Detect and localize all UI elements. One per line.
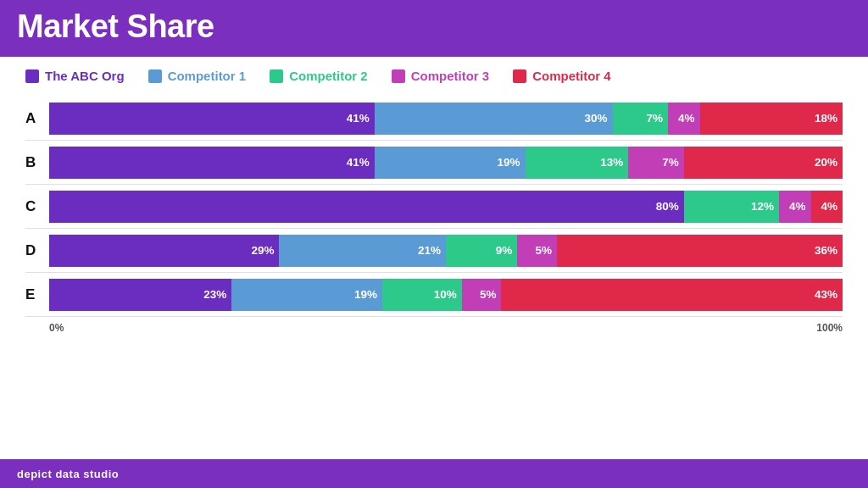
bar-segment: 10% — [382, 279, 462, 311]
bar-segment: 23% — [49, 279, 231, 311]
row-label-a: A — [25, 110, 49, 127]
row-label-e: E — [25, 286, 49, 303]
bar-segment: 30% — [375, 103, 613, 135]
legend: The ABC Org Competitor 1 Competitor 2 Co… — [25, 69, 843, 83]
bar-segment: 9% — [446, 235, 517, 267]
bar-segment: 19% — [231, 279, 382, 311]
bar-segment: 41% — [49, 147, 375, 179]
bar-segment: 4% — [811, 191, 843, 223]
bar-segment: 29% — [49, 235, 279, 267]
bar-segment: 43% — [501, 279, 842, 311]
bar-segment: 41% — [49, 103, 375, 135]
bar-container-d: 29%21%9%5%36% — [49, 235, 843, 267]
legend-swatch-abc — [25, 69, 39, 83]
chart-row-c: C80%12%4%4% — [25, 185, 843, 229]
legend-label-c4: Competitor 4 — [532, 69, 611, 83]
legend-item-c3: Competitor 3 — [392, 69, 490, 83]
legend-item-c1: Competitor 1 — [148, 69, 247, 83]
bar-segment: 21% — [279, 235, 446, 267]
chart-row-d: D29%21%9%5%36% — [25, 229, 843, 273]
bar-segment: 5% — [462, 279, 502, 311]
bar-segment: 12% — [684, 191, 779, 223]
row-label-c: C — [25, 198, 49, 215]
chart-row-a: A41%30%7%4%18% — [25, 97, 843, 141]
footer: depict data studio — [0, 459, 868, 488]
header: Market Share — [0, 0, 868, 57]
bar-segment: 36% — [557, 235, 843, 267]
legend-label-c2: Competitor 2 — [289, 69, 368, 83]
legend-label-abc: The ABC Org — [45, 69, 125, 83]
legend-item-abc: The ABC Org — [25, 69, 125, 83]
bar-segment: 80% — [49, 191, 684, 223]
chart-row-e: E23%19%10%5%43% — [25, 273, 843, 317]
bar-segment: 13% — [526, 147, 629, 179]
chart-area: A41%30%7%4%18%B41%19%13%7%20%C80%12%4%4%… — [25, 97, 843, 317]
bar-container-a: 41%30%7%4%18% — [49, 103, 843, 135]
footer-label: depict data studio — [17, 468, 119, 480]
bar-container-b: 41%19%13%7%20% — [49, 147, 843, 179]
legend-item-c2: Competitor 2 — [270, 69, 368, 83]
legend-swatch-c1 — [148, 69, 162, 83]
bar-segment: 20% — [684, 147, 843, 179]
legend-swatch-c2 — [270, 69, 283, 83]
bar-container-e: 23%19%10%5%43% — [49, 279, 843, 311]
bar-segment: 5% — [517, 235, 557, 267]
legend-swatch-c4 — [513, 69, 526, 83]
row-label-b: B — [25, 154, 49, 171]
row-label-d: D — [25, 242, 49, 259]
chart-row-b: B41%19%13%7%20% — [25, 141, 843, 185]
bar-segment: 19% — [375, 147, 526, 179]
bar-segment: 7% — [628, 147, 684, 179]
axis-start: 0% — [49, 322, 64, 334]
legend-swatch-c3 — [392, 69, 405, 83]
page-title: Market Share — [17, 8, 851, 45]
axis-end: 100% — [816, 322, 843, 334]
bar-segment: 7% — [613, 103, 669, 135]
bar-segment: 4% — [668, 103, 699, 135]
bar-segment: 4% — [779, 191, 810, 223]
bar-container-c: 80%12%4%4% — [49, 191, 843, 223]
axis: 0% 100% — [25, 320, 843, 334]
bar-segment: 18% — [700, 103, 843, 135]
legend-item-c4: Competitor 4 — [513, 69, 611, 83]
legend-label-c3: Competitor 3 — [411, 69, 490, 83]
legend-label-c1: Competitor 1 — [168, 69, 247, 83]
